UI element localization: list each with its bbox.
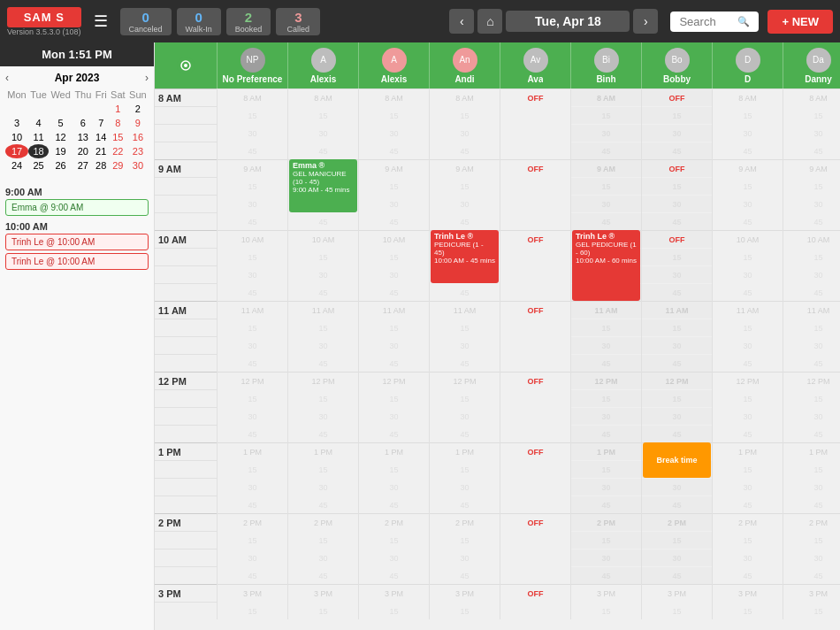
time-cell[interactable]: OFF bbox=[642, 230, 712, 248]
time-cell[interactable]: 45 bbox=[642, 283, 712, 301]
time-cell[interactable]: 3 PM bbox=[430, 584, 500, 602]
time-cell[interactable]: 45 bbox=[642, 212, 712, 230]
walkin-badge[interactable]: 0 Walk-In bbox=[177, 8, 221, 35]
time-cell[interactable]: 12 PM bbox=[571, 372, 641, 389]
staff-header-alexis1[interactable]: AAlexis bbox=[287, 42, 358, 88]
time-cell[interactable]: 12 PM bbox=[430, 372, 500, 389]
time-cell[interactable] bbox=[500, 531, 570, 549]
time-cell[interactable]: 45 bbox=[713, 354, 783, 372]
time-cell[interactable]: 15 bbox=[430, 389, 500, 407]
appointment-item[interactable]: Trinh Le @ 10:00 AM bbox=[5, 253, 149, 270]
time-cell[interactable]: 15 bbox=[359, 248, 429, 265]
time-cell[interactable]: 9 AM bbox=[713, 159, 783, 177]
time-cell[interactable]: 8 AM bbox=[713, 88, 783, 106]
time-cell[interactable]: 30 bbox=[288, 549, 358, 566]
search-input[interactable] bbox=[679, 15, 732, 28]
time-cell[interactable]: 2 PM bbox=[783, 513, 840, 531]
time-cell[interactable]: 45 bbox=[571, 496, 641, 513]
time-cell[interactable]: 45 bbox=[218, 354, 287, 372]
time-cell[interactable]: 30 bbox=[571, 407, 641, 425]
time-cell[interactable]: 11 AM bbox=[783, 301, 840, 319]
time-cell[interactable]: 2 PM bbox=[713, 513, 783, 531]
time-cell[interactable]: 45 bbox=[713, 425, 783, 442]
time-cell[interactable]: 15 bbox=[783, 319, 840, 336]
calendar-day[interactable]: 29 bbox=[109, 158, 127, 173]
time-cell[interactable]: 3 PM bbox=[783, 584, 840, 602]
time-cell[interactable]: 30 bbox=[713, 407, 783, 425]
time-cell[interactable]: 11 AM bbox=[571, 301, 641, 319]
time-cell[interactable]: 15 bbox=[359, 460, 429, 478]
time-cell[interactable]: 15 bbox=[713, 531, 783, 549]
time-cell[interactable]: 15 bbox=[571, 602, 641, 619]
time-cell[interactable]: 45 bbox=[783, 142, 840, 159]
calendar-day[interactable]: 22 bbox=[109, 144, 127, 158]
time-cell[interactable]: 8 AM bbox=[359, 88, 429, 106]
time-cell[interactable]: 30 bbox=[359, 336, 429, 354]
time-cell[interactable] bbox=[500, 248, 570, 265]
time-cell[interactable]: 45 bbox=[430, 354, 500, 372]
time-cell[interactable]: 12 PM bbox=[288, 372, 358, 389]
time-cell[interactable]: 9 AM bbox=[571, 159, 641, 177]
time-cell[interactable]: 45 bbox=[218, 283, 287, 301]
time-cell[interactable]: 30 bbox=[288, 407, 358, 425]
time-cell[interactable]: 3 PM bbox=[218, 584, 287, 602]
time-cell[interactable]: 15 bbox=[218, 531, 287, 549]
calendar-day[interactable]: 2 bbox=[127, 102, 149, 116]
time-cell[interactable] bbox=[500, 106, 570, 124]
time-cell[interactable]: 15 bbox=[288, 248, 358, 265]
calendar-day[interactable]: 1 bbox=[109, 102, 127, 116]
staff-header-binh[interactable]: BiBinh bbox=[570, 42, 641, 88]
time-cell[interactable]: 30 bbox=[642, 265, 712, 283]
time-cell[interactable]: 45 bbox=[571, 566, 641, 584]
time-cell[interactable]: 15 bbox=[288, 389, 358, 407]
time-cell[interactable]: 8 AM bbox=[218, 88, 287, 106]
time-cell[interactable]: 30 bbox=[359, 265, 429, 283]
calendar-day[interactable]: 9 bbox=[127, 116, 149, 130]
calendar-day[interactable]: 3 bbox=[5, 116, 28, 130]
staff-header-alexis2[interactable]: AAlexis bbox=[358, 42, 429, 88]
time-cell[interactable]: 45 bbox=[571, 354, 641, 372]
time-cell[interactable]: 45 bbox=[642, 354, 712, 372]
staff-header-danny[interactable]: DaDanny bbox=[783, 42, 840, 88]
time-cell[interactable]: OFF bbox=[500, 230, 570, 248]
time-cell[interactable]: 45 bbox=[218, 496, 287, 513]
calendar-day[interactable]: 13 bbox=[73, 130, 94, 144]
time-cell[interactable] bbox=[500, 336, 570, 354]
time-cell[interactable]: 30 bbox=[642, 407, 712, 425]
time-cell[interactable] bbox=[500, 354, 570, 372]
time-cell[interactable]: 45 bbox=[359, 496, 429, 513]
time-cell[interactable]: 2 PM bbox=[218, 513, 287, 531]
called-badge[interactable]: 3 Called bbox=[276, 8, 320, 35]
time-cell[interactable] bbox=[500, 265, 570, 283]
time-cell[interactable]: 45 bbox=[713, 142, 783, 159]
time-cell[interactable]: 45 bbox=[430, 496, 500, 513]
time-cell[interactable]: 45 bbox=[713, 283, 783, 301]
time-cell[interactable]: 15 bbox=[218, 177, 287, 195]
time-cell[interactable]: 45 bbox=[713, 496, 783, 513]
time-cell[interactable]: 11 AM bbox=[642, 301, 712, 319]
time-cell[interactable]: 10 AM bbox=[783, 230, 840, 248]
time-cell[interactable]: 45 bbox=[430, 212, 500, 230]
time-cell[interactable] bbox=[500, 549, 570, 566]
time-cell[interactable]: 15 bbox=[218, 602, 287, 619]
time-cell[interactable]: 30 bbox=[713, 478, 783, 496]
time-cell[interactable]: 15 bbox=[642, 602, 712, 619]
time-cell[interactable]: 15 bbox=[218, 106, 287, 124]
time-cell[interactable]: 30 bbox=[218, 336, 287, 354]
time-cell[interactable]: OFF bbox=[500, 372, 570, 389]
time-cell[interactable]: 10 AM bbox=[288, 230, 358, 248]
time-cell[interactable]: 45 bbox=[571, 425, 641, 442]
time-cell[interactable]: 45 bbox=[218, 142, 287, 159]
time-cell[interactable]: 30 bbox=[218, 265, 287, 283]
time-cell[interactable]: 30 bbox=[642, 336, 712, 354]
time-cell[interactable]: 45 bbox=[218, 425, 287, 442]
time-cell[interactable]: 11 AM bbox=[359, 301, 429, 319]
calendar-day[interactable]: 11 bbox=[28, 130, 49, 144]
time-cell[interactable]: 15 bbox=[430, 319, 500, 336]
time-cell[interactable]: 30 bbox=[642, 195, 712, 212]
calendar-day[interactable]: 23 bbox=[127, 144, 149, 158]
time-cell[interactable]: 15 bbox=[783, 106, 840, 124]
time-cell[interactable]: 15 bbox=[288, 602, 358, 619]
time-cell[interactable]: 30 bbox=[430, 336, 500, 354]
time-cell[interactable] bbox=[500, 602, 570, 619]
